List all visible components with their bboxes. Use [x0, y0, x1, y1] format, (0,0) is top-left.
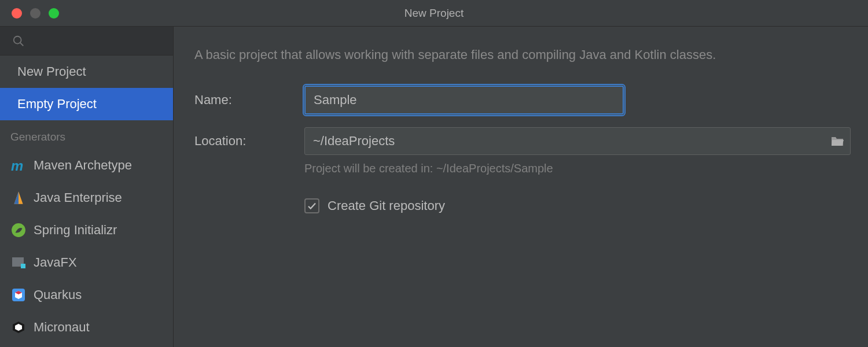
window-controls: [0, 8, 59, 19]
sidebar-item-label: Micronaut: [34, 320, 90, 335]
sidebar-item-label: JavaFX: [34, 255, 77, 270]
sidebar-item-new-project[interactable]: New Project: [0, 56, 173, 88]
search-icon: [10, 33, 27, 49]
close-window-button[interactable]: [12, 8, 22, 19]
spring-icon: [10, 222, 27, 238]
search-input[interactable]: [0, 27, 173, 56]
java-ee-icon: [10, 190, 27, 206]
project-description: A basic project that allows working with…: [194, 47, 851, 62]
git-repository-label: Create Git repository: [328, 198, 445, 213]
git-repository-checkbox[interactable]: [304, 198, 319, 213]
titlebar: New Project: [0, 0, 868, 27]
sidebar-item-label: Spring Initializr: [34, 223, 117, 238]
location-label: Location:: [194, 134, 304, 149]
sidebar-item-label: Empty Project: [17, 97, 97, 112]
quarkus-icon: [10, 287, 27, 303]
sidebar-item-javafx[interactable]: JavaFX: [0, 246, 173, 279]
minimize-window-button[interactable]: [30, 8, 41, 19]
sidebar-item-label: Quarkus: [34, 287, 82, 302]
svg-line-1: [20, 42, 24, 46]
browse-folder-icon[interactable]: [830, 135, 844, 147]
generators-header: Generators: [0, 120, 173, 149]
sidebar-item-label: Maven Archetype: [34, 158, 132, 173]
sidebar: New Project Empty Project Generators m M…: [0, 27, 174, 347]
sidebar-item-label: Java Enterprise: [34, 190, 122, 205]
location-input[interactable]: [305, 128, 830, 154]
sidebar-item-quarkus[interactable]: Quarkus: [0, 279, 173, 311]
window-title: New Project: [404, 7, 464, 20]
sidebar-item-label: New Project: [17, 64, 86, 79]
javafx-icon: [10, 254, 27, 271]
micronaut-icon: [10, 319, 27, 335]
sidebar-item-micronaut[interactable]: Micronaut: [0, 311, 173, 344]
name-input[interactable]: [304, 86, 624, 115]
svg-rect-4: [21, 264, 25, 268]
name-label: Name:: [194, 93, 304, 108]
svg-point-0: [14, 36, 21, 43]
content-pane: A basic project that allows working with…: [174, 27, 868, 347]
location-hint: Project will be created in: ~/IdeaProjec…: [304, 162, 851, 175]
sidebar-item-maven-archetype[interactable]: m Maven Archetype: [0, 149, 173, 182]
maven-icon: m: [10, 157, 27, 174]
sidebar-item-spring-initializr[interactable]: Spring Initializr: [0, 214, 173, 246]
svg-text:m: m: [11, 158, 23, 173]
maximize-window-button[interactable]: [49, 8, 59, 19]
sidebar-item-empty-project[interactable]: Empty Project: [0, 88, 173, 120]
sidebar-item-java-enterprise[interactable]: Java Enterprise: [0, 182, 173, 214]
